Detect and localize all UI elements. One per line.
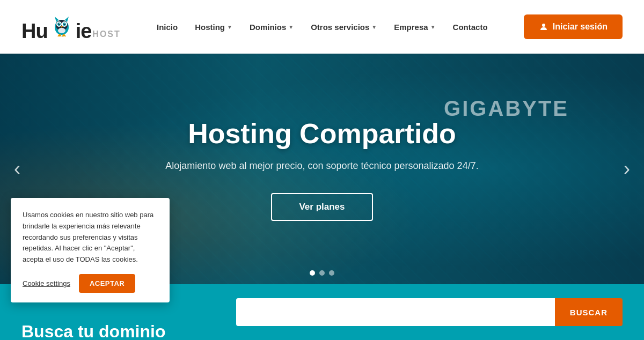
hero-title: Hosting Compartido bbox=[165, 117, 478, 150]
nav-empresa[interactable]: Empresa ▼ bbox=[394, 23, 435, 32]
search-button[interactable]: BUSCAR bbox=[555, 298, 623, 326]
carousel-dot-1[interactable] bbox=[310, 270, 315, 276]
cookie-text: Usamos cookies en nuestro sitio web para… bbox=[23, 210, 158, 265]
empresa-chevron-icon: ▼ bbox=[430, 24, 436, 30]
carousel-dot-2[interactable] bbox=[319, 270, 325, 276]
svg-point-13 bbox=[58, 28, 65, 33]
logo: Hu bbox=[21, 12, 121, 41]
domain-search-label: Busca tu dominio bbox=[21, 323, 165, 340]
nav-dominios[interactable]: Dominios ▼ bbox=[250, 23, 294, 32]
carousel-dot-3[interactable] bbox=[329, 270, 334, 276]
nav-inicio[interactable]: Inicio bbox=[157, 23, 178, 32]
cookie-banner: Usamos cookies en nuestro sitio web para… bbox=[11, 198, 170, 302]
carousel-dots bbox=[310, 270, 334, 276]
owl-logo-icon bbox=[49, 12, 75, 38]
svg-point-11 bbox=[64, 23, 65, 24]
otros-chevron-icon: ▼ bbox=[371, 24, 377, 30]
svg-point-20 bbox=[542, 24, 545, 27]
hosting-chevron-icon: ▼ bbox=[227, 24, 232, 30]
main-nav: Inicio Hosting ▼ Dominios ▼ Otros servic… bbox=[157, 23, 488, 32]
domain-search-input[interactable] bbox=[236, 298, 555, 326]
cookie-accept-button[interactable]: ACEPTAR bbox=[79, 274, 135, 293]
hero-subtitle: Alojamiento web al mejor precio, con sop… bbox=[165, 160, 478, 172]
cookie-actions: Cookie settings ACEPTAR bbox=[23, 274, 158, 293]
nav-contacto[interactable]: Contacto bbox=[453, 23, 488, 32]
user-icon bbox=[539, 22, 548, 32]
search-bar: BUSCAR bbox=[236, 298, 623, 326]
carousel-prev-button[interactable]: ‹ bbox=[5, 152, 29, 186]
logo-text: Hu bbox=[21, 12, 91, 41]
logo-host-text: HOST bbox=[92, 29, 120, 39]
header: Hu bbox=[0, 0, 644, 54]
nav-otros-servicios[interactable]: Otros servicios ▼ bbox=[311, 23, 377, 32]
svg-point-10 bbox=[59, 23, 60, 24]
cookie-settings-button[interactable]: Cookie settings bbox=[23, 279, 70, 287]
cta-button[interactable]: Ver planes bbox=[271, 193, 372, 221]
hero-content: Hosting Compartido Alojamiento web al me… bbox=[165, 117, 478, 221]
dominios-chevron-icon: ▼ bbox=[288, 24, 294, 30]
nav-hosting[interactable]: Hosting ▼ bbox=[195, 23, 232, 32]
login-button[interactable]: Iniciar sesión bbox=[524, 14, 623, 39]
carousel-next-button[interactable]: › bbox=[615, 152, 639, 186]
